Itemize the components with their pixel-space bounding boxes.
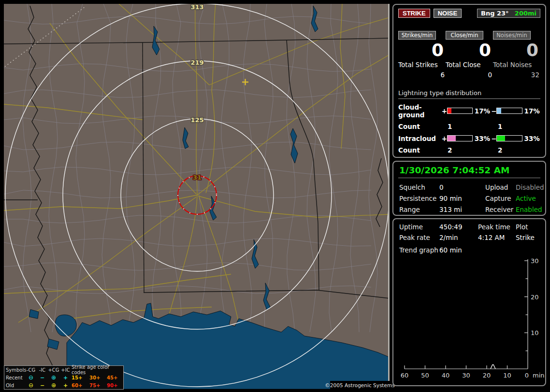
strikes-per-min-value: 0 xyxy=(398,41,446,59)
legend-row-recent-label: Recent xyxy=(6,375,25,380)
x-tick-30: 30 xyxy=(462,372,470,379)
persistence-value: 90 min xyxy=(439,195,485,202)
upload-value: Disabled xyxy=(516,183,544,191)
display-mode-toolbar: STRIKE NOISE Bng 23° 200mi xyxy=(398,9,540,18)
ic-negative-pct: 33% xyxy=(524,135,540,142)
age-code-30: 30+ xyxy=(89,375,107,380)
legend-col-pos-ic: +IC xyxy=(59,367,72,373)
ring-label-125: 125 xyxy=(190,116,203,124)
ring-label-313: 313 xyxy=(190,4,203,11)
receiver-label: Receiver xyxy=(485,206,516,213)
range-value: 313 mi xyxy=(439,206,485,213)
intracloud-label: Intracloud xyxy=(398,135,441,142)
trend-graph-setting: Trend graph 60 min xyxy=(398,246,540,254)
intracloud-row: Intracloud + 33% − 33% xyxy=(398,135,540,142)
map-legend: Symbols -CG -IC +CG +IC Strike age color… xyxy=(4,365,124,390)
x-tick-20: 20 xyxy=(483,372,491,379)
upload-label: Upload xyxy=(485,183,516,191)
x-tick-50: 50 xyxy=(421,372,429,379)
y-tick-20: 20 xyxy=(531,294,539,301)
datetime-display: 1/30/2026 7:04:52 AM xyxy=(398,165,540,178)
cloud-ground-count-row: Count 1 1 xyxy=(398,123,540,130)
legend-age-header: Strike age color codes xyxy=(72,364,122,375)
cloud-ground-row: Cloud-ground + 17% − 17% xyxy=(398,103,540,119)
range-label: Range xyxy=(399,206,439,213)
lightning-map[interactable]: 313 219 125 31 xyxy=(4,4,390,389)
total-strikes-label: Total Strikes xyxy=(398,61,446,69)
minus-sign: − xyxy=(491,135,496,142)
age-code-90: 90+ xyxy=(107,383,122,388)
plus-icon: + xyxy=(59,383,72,388)
close-per-min-badge: Close/min xyxy=(446,31,483,40)
noise-toggle-button[interactable]: NOISE xyxy=(434,9,462,18)
plot-label: Plot xyxy=(516,223,540,231)
trend-peak-spike xyxy=(491,365,495,369)
x-tick-0: 0 xyxy=(525,372,529,379)
circle-plus-icon: ⊕ xyxy=(48,382,59,388)
legend-row-old-label: Old xyxy=(6,383,25,388)
plot-value: Strike xyxy=(516,234,540,241)
strikes-per-min-badge: Strikes/min xyxy=(398,31,436,40)
copyright-text: ©2005 Astrogenic Systems xyxy=(330,381,390,389)
map-canvas: 313 219 125 31 xyxy=(4,4,390,389)
count-label: Count xyxy=(398,123,448,130)
trend-graph-value: 60 min xyxy=(439,246,462,254)
cg-negative-count: 1 xyxy=(498,123,502,130)
persistence-label: Persistence xyxy=(399,195,439,202)
circle-minus-icon: ⊖ xyxy=(25,382,37,388)
stats-panel: Uptime 450:49 Peak time Plot Peak rate 2… xyxy=(392,218,546,386)
minus-icon: − xyxy=(37,383,48,388)
y-tick-10: 10 xyxy=(531,329,539,336)
total-noises-value: 32 xyxy=(493,71,540,79)
ic-negative-fill xyxy=(497,136,505,141)
status-grid: Squelch 0 Upload Disabled Persistence 90… xyxy=(398,183,540,213)
cg-negative-fill xyxy=(497,108,501,113)
squelch-label: Squelch xyxy=(399,183,439,191)
cloud-ground-label: Cloud-ground xyxy=(398,103,441,119)
intracloud-count-row: Count 2 2 xyxy=(398,146,540,154)
bearing-range-display: Bng 23° 200mi xyxy=(477,9,540,18)
ring-label-31: 31 xyxy=(193,174,202,181)
uptime-value: 450:49 xyxy=(439,223,478,231)
circle-minus-icon: ⊖ xyxy=(25,375,37,380)
cg-positive-fill xyxy=(448,108,452,113)
cg-positive-count: 1 xyxy=(448,123,498,130)
capture-label: Capture xyxy=(485,195,516,202)
cg-negative-bar xyxy=(496,108,522,114)
age-code-15: 15+ xyxy=(72,375,89,380)
plus-sign: + xyxy=(442,107,447,115)
plus-sign: + xyxy=(442,135,447,142)
ic-positive-pct: 33% xyxy=(475,135,491,142)
total-noises-label: Total Noises xyxy=(493,61,540,69)
peak-rate-value: 2/min xyxy=(439,234,478,241)
cg-positive-bar xyxy=(447,108,473,114)
noises-per-min-badge: Noises/min xyxy=(493,31,531,40)
count-label: Count xyxy=(398,146,448,154)
total-close-label: Total Close xyxy=(446,61,493,69)
minus-sign: − xyxy=(491,107,496,115)
noises-counter-column: Noises/min 0 Total Noises 32 xyxy=(493,31,540,79)
capture-value: Active xyxy=(516,195,544,202)
receiver-value: Enabled xyxy=(516,206,544,213)
total-close-value: 0 xyxy=(446,71,493,79)
ic-positive-count: 2 xyxy=(448,146,498,154)
legend-symbols-header: Symbols xyxy=(6,367,25,373)
peak-time-value: 4:12 AM xyxy=(478,234,516,241)
strikes-counter-column: Strikes/min 0 Total Strikes 6 xyxy=(398,31,446,79)
rate-counters: Strikes/min 0 Total Strikes 6 Close/min … xyxy=(398,31,540,79)
peak-time-label: Peak time xyxy=(478,223,516,231)
legend-col-neg-ic: -IC xyxy=(37,367,48,373)
distribution-title: Lightning type distribution xyxy=(398,89,540,99)
trend-graph: 30 20 10 60 50 40 30 20 10 0 min xyxy=(398,257,542,380)
stats-grid: Uptime 450:49 Peak time Plot Peak rate 2… xyxy=(398,223,540,241)
y-tick-30: 30 xyxy=(531,257,539,265)
age-code-60: 60+ xyxy=(72,383,89,388)
close-counter-column: Close/min 0 Total Close 0 xyxy=(446,31,493,79)
circle-plus-icon: ⊕ xyxy=(48,375,59,380)
cg-negative-pct: 17% xyxy=(524,107,540,115)
uptime-label: Uptime xyxy=(399,223,439,231)
strike-toggle-button[interactable]: STRIKE xyxy=(398,9,430,18)
legend-col-pos-cg: +CG xyxy=(48,367,59,373)
trend-graph-label: Trend graph xyxy=(399,246,439,254)
minus-icon: − xyxy=(37,375,48,380)
